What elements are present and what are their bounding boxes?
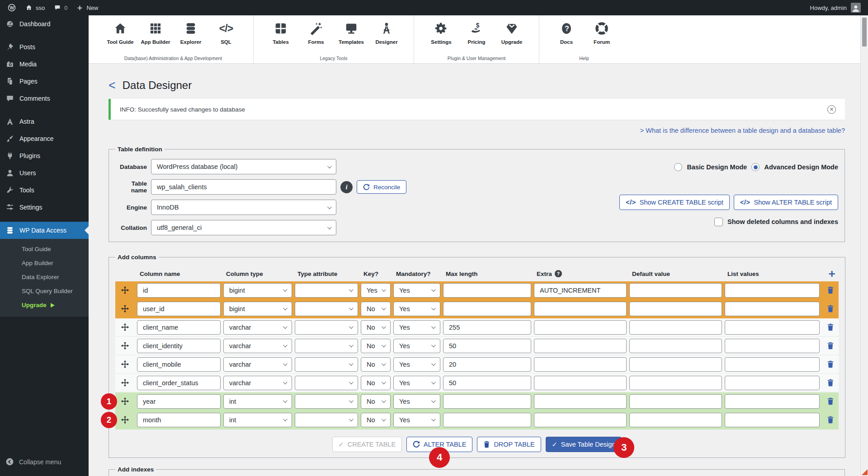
type-attribute-select[interactable]: [295, 283, 358, 298]
max-length-input[interactable]: [443, 302, 531, 316]
default-value-input[interactable]: [629, 413, 722, 427]
extra-input[interactable]: [534, 394, 627, 409]
avatar[interactable]: [851, 3, 861, 13]
column-name-input[interactable]: [137, 413, 221, 427]
submenu-item-upgrade[interactable]: Upgrade: [0, 298, 89, 312]
column-type-select[interactable]: bigint: [223, 302, 292, 316]
list-values-input[interactable]: [725, 339, 820, 353]
column-name-input[interactable]: [137, 376, 221, 390]
database-select[interactable]: WordPress database (local): [151, 159, 336, 174]
sidebar-item-settings[interactable]: Settings: [0, 199, 89, 216]
type-attribute-select[interactable]: [295, 357, 358, 372]
sidebar-item-pages[interactable]: Pages: [0, 73, 89, 90]
show-alter-table-script-button[interactable]: </> Show ALTER TABLE script: [734, 195, 838, 210]
drag-handle[interactable]: [115, 360, 134, 368]
advanced-design-mode-radio[interactable]: [751, 163, 760, 171]
default-value-input[interactable]: [629, 339, 722, 353]
dismiss-notice-icon[interactable]: ✕: [827, 105, 836, 114]
toolbar-forum[interactable]: Forum: [586, 19, 617, 45]
sidebar-item-users[interactable]: Users: [0, 164, 89, 182]
sidebar-item-posts[interactable]: Posts: [0, 38, 89, 56]
key-select[interactable]: No: [361, 320, 391, 335]
column-name-input[interactable]: [137, 320, 221, 335]
column-type-select[interactable]: varchar: [223, 376, 292, 390]
extra-help-icon[interactable]: ?: [555, 270, 562, 277]
sidebar-item-wp-data-access[interactable]: WP Data Access: [0, 222, 89, 239]
drag-handle[interactable]: [115, 397, 134, 405]
key-select[interactable]: No: [361, 413, 391, 427]
default-value-input[interactable]: [629, 283, 722, 298]
toolbar-app-builder[interactable]: App Builder: [140, 19, 171, 45]
key-select[interactable]: No: [361, 394, 391, 409]
back-chevron-link[interactable]: <: [108, 79, 116, 92]
extra-input[interactable]: [534, 357, 627, 372]
mandatory-select[interactable]: Yes: [393, 394, 440, 409]
type-attribute-select[interactable]: [295, 413, 358, 427]
list-values-input[interactable]: [725, 413, 820, 427]
howdy-text[interactable]: Howdy, admin: [810, 5, 847, 11]
new-content-link[interactable]: New: [76, 0, 98, 15]
column-name-input[interactable]: [137, 302, 221, 316]
sidebar-item-appearance[interactable]: Appearance: [0, 130, 89, 147]
save-table-design-button[interactable]: ✓ Save Table Design: [546, 437, 622, 452]
default-value-input[interactable]: [629, 394, 722, 409]
collation-select[interactable]: utf8_general_ci: [151, 220, 336, 235]
column-type-select[interactable]: bigint: [223, 283, 292, 298]
default-value-input[interactable]: [629, 302, 722, 316]
reconcile-button[interactable]: Reconcile: [357, 180, 406, 194]
delete-column-button[interactable]: [822, 360, 839, 368]
drag-handle[interactable]: [115, 416, 134, 424]
show-create-table-script-button[interactable]: </> Show CREATE TABLE script: [619, 195, 730, 210]
sidebar-item-dashboard[interactable]: Dashboard: [0, 15, 89, 33]
max-length-input[interactable]: [443, 339, 531, 353]
site-home-link[interactable]: sso: [25, 0, 45, 15]
add-column-button[interactable]: +: [828, 268, 835, 280]
submenu-item-tool-guide[interactable]: Tool Guide: [0, 242, 89, 256]
list-values-input[interactable]: [725, 394, 820, 409]
extra-input[interactable]: [534, 283, 627, 298]
delete-column-button[interactable]: [822, 379, 839, 387]
extra-input[interactable]: [534, 302, 627, 316]
column-type-select[interactable]: varchar: [223, 339, 292, 353]
drag-handle[interactable]: [115, 305, 134, 313]
column-type-select[interactable]: int: [223, 394, 292, 409]
sidebar-item-comments[interactable]: Comments: [0, 90, 89, 107]
mandatory-select[interactable]: Yes: [393, 376, 440, 390]
mandatory-select[interactable]: Yes: [393, 302, 440, 316]
sidebar-item-plugins[interactable]: Plugins: [0, 147, 89, 164]
type-attribute-select[interactable]: [295, 394, 358, 409]
delete-column-button[interactable]: [822, 286, 839, 294]
drag-handle[interactable]: [115, 286, 134, 294]
extra-input[interactable]: [534, 376, 627, 390]
default-value-input[interactable]: [629, 376, 722, 390]
key-select[interactable]: No: [361, 302, 391, 316]
toolbar-tool-guide[interactable]: Tool Guide: [105, 19, 136, 45]
toolbar-upgrade[interactable]: Upgrade: [496, 19, 527, 45]
table-name-input[interactable]: [151, 179, 336, 195]
drag-handle[interactable]: [115, 379, 134, 387]
max-length-input[interactable]: [443, 394, 531, 409]
mandatory-select[interactable]: Yes: [393, 413, 440, 427]
sidebar-item-astra[interactable]: Astra: [0, 113, 89, 130]
type-attribute-select[interactable]: [295, 376, 358, 390]
submenu-item-sql-query-builder[interactable]: SQL Query Builder: [0, 284, 89, 298]
column-name-input[interactable]: [137, 339, 221, 353]
delete-column-button[interactable]: [822, 323, 839, 331]
sidebar-item-tools[interactable]: Tools: [0, 182, 89, 199]
toolbar-forms[interactable]: Forms: [301, 19, 331, 45]
mandatory-select[interactable]: Yes: [393, 320, 440, 335]
max-length-input[interactable]: [443, 376, 531, 390]
toolbar-tables[interactable]: Tables: [265, 19, 296, 45]
info-circle-icon[interactable]: i: [340, 181, 353, 193]
max-length-input[interactable]: [443, 413, 531, 427]
list-values-input[interactable]: [725, 320, 820, 335]
engine-select[interactable]: InnoDB: [151, 200, 336, 215]
toolbar-sql[interactable]: </> SQL: [211, 19, 241, 45]
list-values-input[interactable]: [725, 283, 820, 298]
mandatory-select[interactable]: Yes: [393, 283, 440, 298]
delete-column-button[interactable]: [822, 342, 839, 350]
column-type-select[interactable]: varchar: [223, 357, 292, 372]
toolbar-docs[interactable]: ? Docs: [551, 19, 582, 45]
column-type-select[interactable]: varchar: [223, 320, 292, 335]
default-value-input[interactable]: [629, 357, 722, 372]
